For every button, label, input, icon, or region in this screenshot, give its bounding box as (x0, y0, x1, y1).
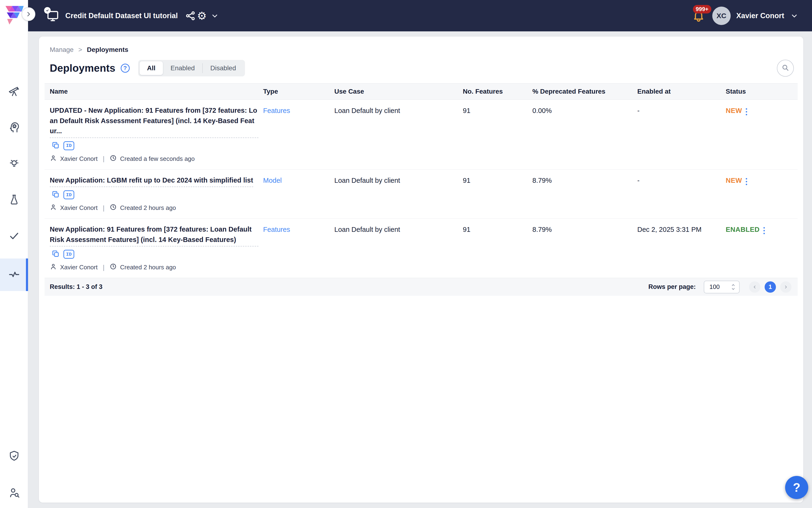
column-header-enabled-at: Enabled at (637, 88, 726, 95)
breadcrumb-current: Deployments (87, 46, 129, 53)
sidebar-item-explore[interactable] (0, 80, 28, 104)
rows-per-page-value: 100 (710, 283, 720, 291)
person-icon (50, 155, 57, 163)
title-row: Deployments ? All Enabled Disabled (50, 60, 794, 77)
topbar: Credit Default Dataset UI tutorial ⚙ 999… (28, 0, 812, 31)
content-card: Manage > Deployments Deployments ? All E… (39, 37, 803, 503)
table-row: New Application: LGBM refit up to Dec 20… (45, 170, 798, 219)
row-actions-kebab-icon[interactable] (763, 226, 765, 234)
person-icon (50, 263, 57, 272)
row-actions-kebab-icon[interactable] (746, 177, 747, 185)
tab-enabled[interactable]: Enabled (163, 61, 202, 75)
share-icon[interactable] (185, 10, 196, 22)
deployment-name[interactable]: New Application: 91 Features from [372 f… (50, 224, 258, 247)
copy-name-icon[interactable] (52, 190, 60, 199)
lightbulb-icon (8, 158, 20, 171)
enabled-at-cell: - (637, 105, 726, 163)
copy-name-icon[interactable] (52, 141, 60, 150)
previous-page-button[interactable] (749, 281, 760, 293)
user-avatar[interactable]: XC (712, 7, 731, 25)
rows-per-page-select[interactable]: 100 (704, 281, 739, 293)
meta-divider: | (101, 155, 106, 163)
meta-divider: | (101, 204, 106, 212)
copy-id-icon[interactable]: ID (63, 250, 74, 259)
catalog-check-badge-icon (44, 7, 51, 14)
help-icon[interactable]: ? (121, 64, 130, 73)
telescope-icon (8, 85, 20, 98)
tab-disabled[interactable]: Disabled (203, 61, 243, 75)
check-icon (8, 229, 20, 243)
current-page-button[interactable]: 1 (765, 281, 776, 293)
no-features-cell: 91 (463, 224, 532, 272)
tab-all[interactable]: All (140, 61, 163, 75)
sidebar-item-experiments[interactable] (0, 188, 28, 212)
row-owner: Xavier Conort (60, 264, 98, 271)
sidebar (0, 0, 28, 508)
row-owner: Xavier Conort (60, 204, 98, 212)
breadcrumb-separator: > (78, 46, 82, 53)
enabled-at-cell: Dec 2, 2025 3:31 PM (637, 224, 726, 272)
breadcrumb-manage[interactable]: Manage (50, 46, 74, 53)
deployments-table: Name Type Use Case No. Features % Deprec… (45, 83, 798, 278)
copy-id-icon[interactable]: ID (63, 190, 74, 199)
user-menu-chevron-down-icon[interactable] (790, 12, 798, 20)
results-count: Results: 1 - 3 of 3 (50, 283, 102, 291)
column-header-deprecated: % Deprecated Features (532, 88, 637, 95)
status-badge: ENABLED (726, 226, 760, 234)
catalog-chevron-down-icon[interactable] (211, 12, 219, 20)
user-search-icon (8, 486, 20, 500)
breadcrumb: Manage > Deployments (50, 46, 803, 53)
column-header-type: Type (263, 88, 334, 95)
sidebar-expand-button[interactable] (22, 7, 35, 21)
deployment-name[interactable]: New Application: LGBM refit up to Dec 20… (50, 175, 253, 187)
copy-name-icon[interactable] (52, 250, 60, 259)
shield-check-icon (8, 450, 20, 463)
notifications-bell-icon[interactable]: 999+ (692, 9, 705, 23)
sidebar-item-user-management[interactable] (0, 481, 28, 505)
flask-icon (8, 194, 20, 207)
next-page-button[interactable] (780, 281, 792, 293)
sidebar-item-governance[interactable] (0, 444, 28, 469)
gear-icon[interactable]: ⚙ (196, 10, 208, 22)
copy-id-icon[interactable]: ID (63, 141, 74, 150)
sidebar-item-ai-insights[interactable] (0, 115, 28, 140)
column-header-name: Name (45, 88, 263, 95)
ai-head-icon (8, 121, 20, 134)
enabled-at-cell: - (637, 175, 726, 212)
sidebar-item-deployments[interactable] (0, 258, 28, 291)
user-name[interactable]: Xavier Conort (736, 11, 784, 20)
no-features-cell: 91 (463, 175, 532, 212)
deprecated-cell: 8.79% (532, 224, 637, 272)
row-owner: Xavier Conort (60, 155, 98, 163)
notification-count-badge: 999+ (693, 5, 711, 13)
column-header-no-features: No. Features (463, 88, 532, 95)
type-link[interactable]: Model (263, 177, 282, 184)
sidebar-item-approvals[interactable] (0, 224, 28, 248)
clock-icon (109, 204, 117, 212)
table-row: UPDATED - New Application: 91 Features f… (45, 100, 798, 170)
catalog-title: Credit Default Dataset UI tutorial (65, 11, 178, 20)
row-actions-kebab-icon[interactable] (746, 107, 747, 115)
help-fab-button[interactable]: ? (785, 476, 808, 499)
status-filter-tabs: All Enabled Disabled (138, 60, 245, 76)
column-header-use-case: Use Case (334, 88, 463, 95)
search-button[interactable] (777, 60, 794, 77)
column-header-status: Status (726, 88, 798, 95)
row-created: Created 2 hours ago (120, 264, 176, 271)
app-logo[interactable] (4, 4, 25, 27)
no-features-cell: 91 (463, 105, 532, 163)
row-created: Created a few seconds ago (120, 155, 195, 163)
page-title: Deployments (50, 62, 116, 74)
activity-icon (8, 268, 20, 281)
meta-divider: | (101, 264, 106, 271)
clock-icon (109, 263, 117, 272)
deployment-name[interactable]: UPDATED - New Application: 91 Features f… (50, 105, 258, 138)
type-link[interactable]: Features (263, 107, 290, 114)
pagination: 1 (749, 281, 792, 293)
search-icon (781, 64, 790, 73)
use-case-cell: Loan Default by client (334, 105, 463, 163)
rows-per-page-label: Rows per page: (648, 283, 696, 291)
type-link[interactable]: Features (263, 226, 290, 233)
status-badge: NEW (726, 107, 742, 115)
sidebar-item-ideas[interactable] (0, 152, 28, 176)
